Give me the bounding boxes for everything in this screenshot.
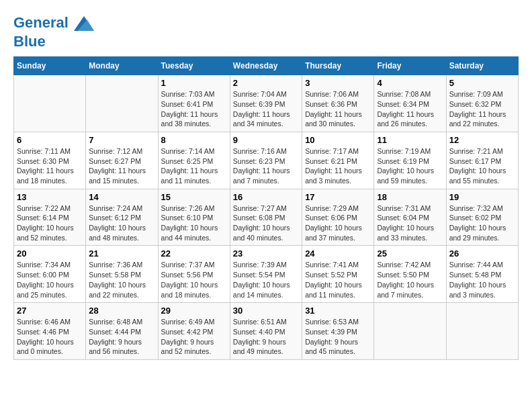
logo: General Blue [13,13,94,50]
calendar-cell: 9Sunrise: 7:16 AMSunset: 6:23 PMDaylight… [230,132,302,189]
weekday-friday: Friday [374,57,446,75]
day-number: 12 [449,135,515,145]
day-number: 24 [305,248,371,259]
day-number: 8 [161,135,227,145]
weekday-wednesday: Wednesday [230,57,302,75]
logo-text: General [13,13,94,34]
calendar-cell: 18Sunrise: 7:31 AMSunset: 6:04 PMDayligh… [374,189,446,246]
day-number: 30 [233,306,299,316]
day-number: 1 [161,78,227,88]
day-number: 5 [449,78,515,88]
calendar-cell: 16Sunrise: 7:27 AMSunset: 6:08 PMDayligh… [230,189,302,246]
calendar-week-5: 27Sunrise: 6:46 AMSunset: 4:46 PMDayligh… [14,303,519,360]
day-number: 7 [89,135,154,145]
day-info: Sunrise: 7:08 AMSunset: 6:34 PMDaylight:… [377,89,443,129]
day-number: 27 [17,306,83,316]
day-info: Sunrise: 7:39 AMSunset: 5:54 PMDaylight:… [233,260,299,300]
day-info: Sunrise: 7:11 AMSunset: 6:30 PMDaylight:… [17,146,83,186]
weekday-thursday: Thursday [302,57,374,75]
calendar-cell: 20Sunrise: 7:34 AMSunset: 6:00 PMDayligh… [14,246,86,303]
day-number: 14 [89,192,154,202]
calendar-cell: 23Sunrise: 7:39 AMSunset: 5:54 PMDayligh… [230,246,302,303]
calendar-cell: 22Sunrise: 7:37 AMSunset: 5:56 PMDayligh… [158,246,230,303]
calendar-cell: 6Sunrise: 7:11 AMSunset: 6:30 PMDaylight… [14,132,86,189]
day-number: 16 [233,192,299,202]
day-info: Sunrise: 7:37 AMSunset: 5:56 PMDaylight:… [161,260,227,300]
calendar-week-1: 1Sunrise: 7:03 AMSunset: 6:41 PMDaylight… [14,75,519,132]
day-number: 17 [305,192,371,202]
day-number: 18 [377,192,443,202]
calendar-cell: 1Sunrise: 7:03 AMSunset: 6:41 PMDaylight… [158,75,230,132]
day-number: 6 [17,135,83,145]
calendar-cell: 11Sunrise: 7:19 AMSunset: 6:19 PMDayligh… [374,132,446,189]
calendar-cell: 4Sunrise: 7:08 AMSunset: 6:34 PMDaylight… [374,75,446,132]
calendar-cell: 31Sunrise: 6:53 AMSunset: 4:39 PMDayligh… [302,303,374,360]
day-number: 28 [89,306,154,316]
day-info: Sunrise: 7:19 AMSunset: 6:19 PMDaylight:… [377,146,443,186]
day-info: Sunrise: 7:34 AMSunset: 6:00 PMDaylight:… [17,260,83,300]
calendar-cell: 5Sunrise: 7:09 AMSunset: 6:32 PMDaylight… [446,75,518,132]
day-info: Sunrise: 7:14 AMSunset: 6:25 PMDaylight:… [161,146,227,186]
calendar-cell: 21Sunrise: 7:36 AMSunset: 5:58 PMDayligh… [86,246,158,303]
calendar-week-2: 6Sunrise: 7:11 AMSunset: 6:30 PMDaylight… [14,132,519,189]
calendar-cell [446,303,518,360]
day-info: Sunrise: 7:06 AMSunset: 6:36 PMDaylight:… [305,89,371,129]
calendar-cell: 15Sunrise: 7:26 AMSunset: 6:10 PMDayligh… [158,189,230,246]
day-number: 9 [233,135,299,145]
day-info: Sunrise: 7:32 AMSunset: 6:02 PMDaylight:… [449,203,515,243]
day-info: Sunrise: 7:36 AMSunset: 5:58 PMDaylight:… [89,260,154,300]
day-number: 13 [17,192,83,202]
calendar-cell: 3Sunrise: 7:06 AMSunset: 6:36 PMDaylight… [302,75,374,132]
calendar-week-3: 13Sunrise: 7:22 AMSunset: 6:14 PMDayligh… [14,189,519,246]
calendar-cell: 17Sunrise: 7:29 AMSunset: 6:06 PMDayligh… [302,189,374,246]
day-info: Sunrise: 7:04 AMSunset: 6:39 PMDaylight:… [233,89,299,129]
day-info: Sunrise: 6:46 AMSunset: 4:46 PMDaylight:… [17,317,83,357]
calendar-cell [86,75,158,132]
calendar-cell: 26Sunrise: 7:44 AMSunset: 5:48 PMDayligh… [446,246,518,303]
day-number: 22 [161,248,227,259]
day-number: 3 [305,78,371,88]
day-info: Sunrise: 7:17 AMSunset: 6:21 PMDaylight:… [305,146,371,186]
day-info: Sunrise: 7:26 AMSunset: 6:10 PMDaylight:… [161,203,227,243]
day-info: Sunrise: 6:51 AMSunset: 4:40 PMDaylight:… [233,317,299,357]
day-info: Sunrise: 7:29 AMSunset: 6:06 PMDaylight:… [305,203,371,243]
page-header: General Blue [13,13,519,50]
day-info: Sunrise: 7:09 AMSunset: 6:32 PMDaylight:… [449,89,515,129]
day-info: Sunrise: 7:16 AMSunset: 6:23 PMDaylight:… [233,146,299,186]
calendar-cell [374,303,446,360]
day-number: 2 [233,78,299,88]
day-info: Sunrise: 7:27 AMSunset: 6:08 PMDaylight:… [233,203,299,243]
day-info: Sunrise: 7:44 AMSunset: 5:48 PMDaylight:… [449,260,515,300]
weekday-monday: Monday [86,57,158,75]
calendar-week-4: 20Sunrise: 7:34 AMSunset: 6:00 PMDayligh… [14,246,519,303]
day-number: 11 [377,135,443,145]
day-info: Sunrise: 6:48 AMSunset: 4:44 PMDaylight:… [89,317,154,357]
day-info: Sunrise: 7:22 AMSunset: 6:14 PMDaylight:… [17,203,83,243]
calendar-cell: 30Sunrise: 6:51 AMSunset: 4:40 PMDayligh… [230,303,302,360]
calendar-cell: 12Sunrise: 7:21 AMSunset: 6:17 PMDayligh… [446,132,518,189]
day-info: Sunrise: 6:53 AMSunset: 4:39 PMDaylight:… [305,317,371,357]
calendar-cell: 27Sunrise: 6:46 AMSunset: 4:46 PMDayligh… [14,303,86,360]
day-number: 10 [305,135,371,145]
calendar-cell: 14Sunrise: 7:24 AMSunset: 6:12 PMDayligh… [86,189,158,246]
day-number: 25 [377,248,443,259]
calendar-cell: 25Sunrise: 7:42 AMSunset: 5:50 PMDayligh… [374,246,446,303]
day-info: Sunrise: 6:49 AMSunset: 4:42 PMDaylight:… [161,317,227,357]
day-info: Sunrise: 7:31 AMSunset: 6:04 PMDaylight:… [377,203,443,243]
day-number: 19 [449,192,515,202]
calendar-cell: 10Sunrise: 7:17 AMSunset: 6:21 PMDayligh… [302,132,374,189]
day-number: 23 [233,248,299,259]
calendar-cell: 13Sunrise: 7:22 AMSunset: 6:14 PMDayligh… [14,189,86,246]
weekday-header-row: SundayMondayTuesdayWednesdayThursdayFrid… [14,57,519,75]
day-info: Sunrise: 7:42 AMSunset: 5:50 PMDaylight:… [377,260,443,300]
calendar-cell [14,75,86,132]
calendar-cell: 19Sunrise: 7:32 AMSunset: 6:02 PMDayligh… [446,189,518,246]
day-info: Sunrise: 7:24 AMSunset: 6:12 PMDaylight:… [89,203,154,243]
weekday-saturday: Saturday [446,57,518,75]
day-info: Sunrise: 7:41 AMSunset: 5:52 PMDaylight:… [305,260,371,300]
day-number: 4 [377,78,443,88]
calendar-cell: 28Sunrise: 6:48 AMSunset: 4:44 PMDayligh… [86,303,158,360]
calendar-body: 1Sunrise: 7:03 AMSunset: 6:41 PMDaylight… [14,75,519,360]
calendar-cell: 24Sunrise: 7:41 AMSunset: 5:52 PMDayligh… [302,246,374,303]
calendar-cell: 2Sunrise: 7:04 AMSunset: 6:39 PMDaylight… [230,75,302,132]
